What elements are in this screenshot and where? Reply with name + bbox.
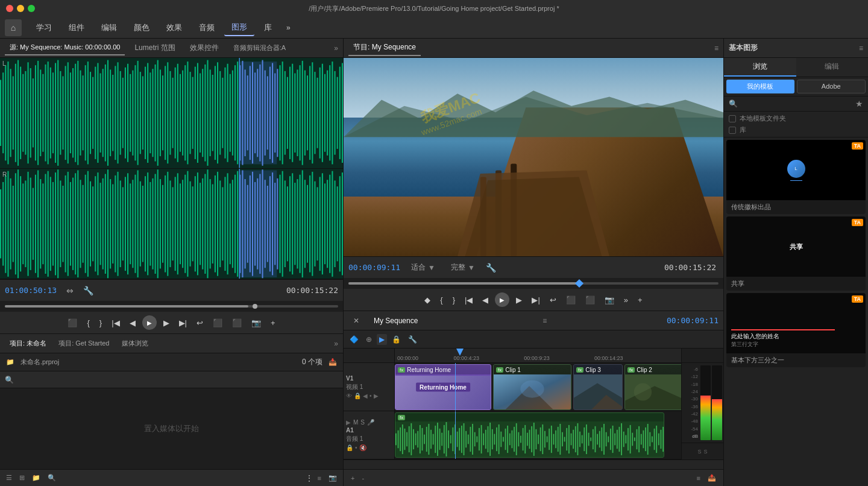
eg-checkbox-local-input[interactable] <box>729 115 736 122</box>
menu-effects[interactable]: 效果 <box>159 20 189 36</box>
maximize-button[interactable] <box>28 5 35 12</box>
a1-mute-icon[interactable]: 🔇 <box>359 444 366 451</box>
eg-search-input[interactable] <box>745 99 852 108</box>
src-btn-step-fwd[interactable]: ▶ <box>160 317 172 329</box>
prog-btn-lift[interactable]: ⬛ <box>582 294 598 306</box>
meter-s-label[interactable]: S <box>697 449 701 455</box>
prog-complete-select[interactable]: 完整 ▼ <box>451 262 475 273</box>
a1-mic-icon[interactable]: 🎤 <box>367 419 374 426</box>
audio-clip[interactable]: fx <box>395 412 664 458</box>
eg-adobe-btn[interactable]: Adobe <box>797 80 866 93</box>
prog-btn-mark-out[interactable]: } <box>450 294 458 306</box>
tl-tool-select[interactable]: ▶ <box>377 334 387 345</box>
src-btn-step-back[interactable]: ◀ <box>127 317 139 329</box>
proj-tab-unnamed[interactable]: 项目: 未命名 <box>5 336 51 350</box>
proj-footer-folder[interactable]: 📁 <box>30 473 43 483</box>
src-btn-mark[interactable]: { <box>84 317 92 329</box>
close-button[interactable] <box>6 5 13 12</box>
home-icon[interactable]: ⌂ <box>5 19 22 36</box>
tab-lumetri[interactable]: Lumetri 范围 <box>130 40 180 55</box>
src-btn-go-out[interactable]: ▶| <box>176 317 190 329</box>
prog-btn-add[interactable]: + <box>635 294 646 306</box>
prog-wrench-icon[interactable]: 🔧 <box>483 262 498 274</box>
eg-my-templates-btn[interactable]: 我的模板 <box>726 80 794 93</box>
prog-btn-go-next[interactable]: ▶| <box>529 294 542 306</box>
a1-lock-icon[interactable]: 🔒 <box>346 444 353 451</box>
prog-btn-loop[interactable]: ↩ <box>547 294 559 306</box>
proj-footer-search[interactable]: 🔍 <box>45 473 58 483</box>
tl-footer-add-track[interactable]: + <box>348 473 357 483</box>
src-ctrl-shuttle[interactable]: ⇔ <box>64 285 76 297</box>
menu-more[interactable]: » <box>281 21 295 34</box>
proj-tab-media[interactable]: 媒体浏览 <box>117 336 153 350</box>
prog-progress-bar[interactable] <box>344 278 723 289</box>
proj-footer-settings[interactable]: ≡ <box>315 473 324 483</box>
proj-footer-new[interactable]: 📷 <box>326 473 339 483</box>
prog-menu-icon[interactable]: ≡ <box>714 44 719 52</box>
source-progress-bar[interactable] <box>0 301 343 312</box>
tab-audio-mixer[interactable]: 音频剪辑混合器:A <box>228 41 291 55</box>
eg-template-logo[interactable]: TA L 传统徽标出品 <box>726 140 866 214</box>
v1-arrow-right[interactable]: ▶ <box>374 393 379 399</box>
eg-checkbox-library-input[interactable] <box>729 127 736 134</box>
clip-1[interactable]: fx Clip 1 <box>493 364 571 410</box>
prog-btn-more[interactable]: » <box>621 294 631 306</box>
src-ctrl-wrench[interactable]: 🔧 <box>81 285 96 297</box>
timeline-menu-icon[interactable]: ≡ <box>542 317 547 325</box>
clip-3[interactable]: fx Clip 3 <box>573 364 623 410</box>
proj-footer-grid[interactable]: ⊞ <box>17 473 27 483</box>
project-expand-icon[interactable]: » <box>334 339 338 348</box>
panel-expand-icon[interactable]: » <box>334 44 338 52</box>
src-btn-loop[interactable]: ↩ <box>193 317 206 329</box>
tl-footer-minus[interactable]: - <box>359 473 366 483</box>
prog-fit-select[interactable]: 适合 ▼ <box>411 262 435 273</box>
menu-color[interactable]: 颜色 <box>127 20 157 36</box>
prog-btn-mark-in[interactable]: { <box>437 294 445 306</box>
tab-source[interactable]: 源: My Sequence: Music: 00:00:00.00 <box>5 40 125 55</box>
proj-tb-import[interactable]: 📥 <box>326 357 339 367</box>
prog-btn-step-back[interactable]: ◀ <box>479 294 491 306</box>
eg-tab-edit[interactable]: 编辑 <box>796 58 869 77</box>
tl-tool-lock[interactable]: 🔒 <box>389 334 403 345</box>
prog-playhead-diamond[interactable] <box>575 279 583 288</box>
eg-template-name[interactable]: TA 此处输入您的姓名 第三行文字 基本下方三分之一 <box>726 293 866 367</box>
proj-tab-getstarted[interactable]: 项目: Get Started <box>54 336 114 350</box>
a1-s-label[interactable]: S <box>360 419 365 426</box>
src-btn-go-in[interactable]: |◀ <box>108 317 122 329</box>
tl-tool-wrench[interactable]: 🔧 <box>406 334 420 345</box>
menu-graphics[interactable]: 图形 <box>224 19 254 36</box>
eg-template-share[interactable]: TA 共享 共享 <box>726 216 866 291</box>
menu-edit[interactable]: 编辑 <box>94 20 124 36</box>
prog-btn-go-prev[interactable]: |◀ <box>462 294 476 306</box>
tl-footer-export[interactable]: 📤 <box>705 473 719 483</box>
proj-tb-folder[interactable]: 📁 <box>4 357 17 367</box>
src-btn-camera[interactable]: 📷 <box>248 317 264 329</box>
prog-btn-insert[interactable]: ⬛ <box>563 294 579 306</box>
menu-learn[interactable]: 学习 <box>29 20 59 36</box>
src-btn-add[interactable]: + <box>268 317 278 329</box>
prog-btn-marker[interactable]: ◆ <box>421 294 433 306</box>
src-btn-mark-in[interactable]: ⬛ <box>64 317 80 329</box>
meter-s2-label[interactable]: S <box>704 449 708 455</box>
minimize-button[interactable] <box>17 5 24 12</box>
tl-tool-magnet[interactable]: ⊕ <box>363 334 374 345</box>
clip-returning-home[interactable]: fx Returning Home Returning Home <box>395 364 491 410</box>
prog-btn-step-fwd[interactable]: ▶ <box>513 294 525 306</box>
eg-menu-icon[interactable]: ≡ <box>859 44 863 52</box>
prog-btn-camera[interactable]: 📷 <box>602 294 617 306</box>
menu-audio[interactable]: 音频 <box>192 20 222 36</box>
project-search-input[interactable] <box>17 376 338 384</box>
src-btn-mark-out[interactable]: } <box>96 317 105 329</box>
prog-play-button[interactable]: ▶ <box>495 292 509 307</box>
tl-tool-marker[interactable]: 🔷 <box>347 334 361 345</box>
proj-footer-list[interactable]: ☰ <box>4 473 14 483</box>
src-play-button[interactable]: ▶ <box>142 315 157 330</box>
tl-footer-settings[interactable]: ≡ <box>694 473 703 483</box>
src-btn-overwrite[interactable]: ⬛ <box>229 317 245 329</box>
eg-star-icon[interactable]: ★ <box>855 99 863 109</box>
eg-tab-browse[interactable]: 浏览 <box>724 58 796 77</box>
proj-footer-more[interactable]: ⋮ <box>306 474 313 482</box>
tab-effects-ctrl[interactable]: 效果控件 <box>185 40 224 55</box>
v1-arrow-left[interactable]: ◀ <box>363 393 368 399</box>
menu-library[interactable]: 库 <box>257 20 279 36</box>
